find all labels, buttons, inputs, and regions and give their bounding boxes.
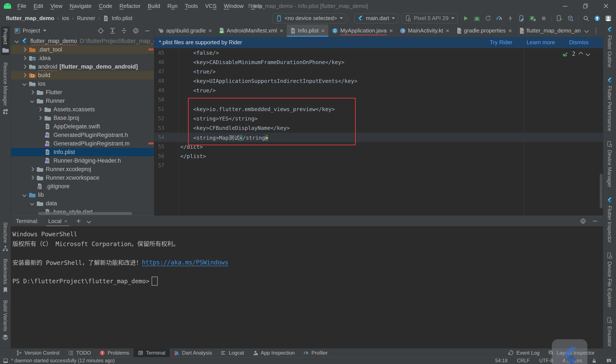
tree-item-.gitignore[interactable]: .gitignore (11, 182, 154, 191)
close-icon[interactable]: × (446, 27, 450, 34)
code-line-54[interactable]: 54 <string>Map测试</string> (154, 133, 603, 142)
chevron-down-icon[interactable] (28, 99, 36, 102)
avd-manager-button[interactable] (565, 13, 576, 24)
file-encoding[interactable]: UTF-8 (539, 358, 553, 364)
tree-item-lib[interactable]: lib (11, 191, 154, 199)
stripe-item-flutter-outline[interactable]: Flutter Outline (607, 27, 613, 67)
toolwindow-logcat[interactable]: Logcat (216, 348, 248, 357)
expand-all-icon[interactable] (110, 27, 115, 34)
stripe-item-device-file-explorer[interactable]: Device File Explorer (606, 252, 613, 307)
stripe-item-emulator[interactable]: Emulator (606, 317, 613, 347)
project-panel-title[interactable]: Project (23, 27, 40, 34)
hidden-tabs-icon[interactable] (584, 28, 589, 33)
hide-icon[interactable] (145, 28, 150, 34)
tree-item-runner-bridging-header.h[interactable]: C++Runner-Bridging-Header.h (11, 156, 154, 165)
ide-updates-button[interactable] (592, 13, 603, 24)
stripe-item-flutter-performance[interactable]: Flutter Performance (607, 77, 613, 131)
chevron-down-icon[interactable] (21, 193, 28, 196)
menu-build[interactable]: Build (144, 3, 164, 9)
menu-view[interactable]: View (47, 3, 66, 9)
tree-item-appdelegate.swift[interactable]: AppDelegate.swift (11, 122, 154, 131)
toolwindow-event-log[interactable]: Event Log (504, 350, 544, 356)
code-line-53[interactable]: 53 <key>CFBundleDisplayName</key> (154, 123, 603, 133)
editor-scrollbar[interactable] (600, 174, 602, 208)
chevron-down-icon[interactable] (21, 82, 28, 85)
stripe-item-flutter-inspector[interactable]: Flutter Inspector (607, 197, 613, 243)
toolwindow-dart-analysis[interactable]: Dart Analysis (170, 348, 216, 357)
editor-tab-appbuild.gradle[interactable]: app\build.gradle× (154, 25, 216, 37)
tree-item-base.lproj[interactable]: Base.lproj (11, 114, 154, 122)
debug-button[interactable] (471, 13, 482, 24)
toolwindow-app-inspection[interactable]: App Inspection (248, 348, 299, 357)
tab-options-icon[interactable]: ⋮ (593, 27, 599, 34)
close-icon[interactable]: × (508, 27, 512, 34)
chevron-right-icon[interactable] (21, 57, 28, 60)
profile-button[interactable] (482, 13, 494, 24)
chevron-right-icon[interactable] (21, 74, 28, 77)
tree-item-build[interactable]: build (11, 71, 154, 79)
chevron-right-icon[interactable] (28, 176, 36, 179)
code-line-55[interactable]: 55</dict> (154, 142, 603, 151)
code-line-46[interactable]: 46 <key>CADisableMinimumFrameDurationOnP… (154, 57, 603, 67)
new-terminal-button[interactable]: + (76, 217, 81, 225)
tree-item-.dart_tool[interactable]: .dart_tool (11, 45, 154, 54)
apply-changes-button[interactable] (505, 13, 516, 24)
code-line-56[interactable]: 56</plist> (154, 151, 603, 161)
toolwindow-toggle-icon[interactable] (3, 358, 8, 363)
terminal-link[interactable]: https://aka.ms/PSWindows (142, 259, 228, 266)
menu-code[interactable]: Code (95, 3, 116, 9)
code-line-47[interactable]: 47 <true/> (154, 67, 603, 76)
stripe-item-build-variants[interactable]: Build Variants (2, 300, 8, 340)
breadcrumb-item[interactable]: Info.plist (112, 15, 132, 22)
editor-tab-gradle.properties[interactable]: gradle.properties× (453, 25, 516, 37)
run-button[interactable] (460, 13, 471, 24)
flutter-attach-debug-button[interactable] (527, 13, 538, 24)
caret-position[interactable]: 54:18 (495, 358, 507, 364)
tree-item-runner.xcodeproj[interactable]: Runner.xcodeproj (11, 165, 154, 173)
menu-edit[interactable]: Edit (30, 3, 47, 9)
profiler-button[interactable] (494, 13, 505, 24)
banner-action-try-rider[interactable]: Try Rider (490, 39, 512, 46)
code-line-49[interactable]: 49 <true/> (154, 86, 603, 95)
inspection-widget[interactable]: 2 (562, 51, 589, 57)
tree-item-runner.xcworkspace[interactable]: Runner.xcworkspace (11, 173, 154, 182)
code-line-48[interactable]: 48 <key>UIApplicationSupportsIndirectInp… (154, 76, 603, 86)
stripe-item-resource-manager[interactable]: Resource Manager (2, 62, 8, 115)
terminal-tab-local[interactable]: Local × (46, 216, 69, 226)
toolwindow-version-control[interactable]: Version Control (12, 348, 64, 357)
editor-tab-info.plist[interactable]: Info.plist× (287, 25, 328, 37)
stripe-item-device-manager[interactable]: Device Manager (606, 141, 613, 187)
menu-navigate[interactable]: Navigate (66, 3, 96, 9)
next-problem-icon[interactable] (586, 52, 590, 56)
target-device-selector[interactable]: Pixel 5 API 29 (402, 13, 458, 23)
chevron-down-icon[interactable] (13, 39, 21, 42)
indent-setting[interactable]: 4 spaces (562, 358, 582, 364)
status-message[interactable]: * daemon started successfully (12 minute… (11, 358, 115, 364)
toolwindow-terminal[interactable]: Terminal (134, 348, 170, 357)
stop-button[interactable] (538, 13, 549, 24)
chevron-right-icon[interactable] (36, 108, 44, 111)
chevron-down-icon[interactable] (28, 202, 36, 205)
line-separator[interactable]: CRLF (517, 358, 530, 364)
tree-item-ios[interactable]: ios (11, 79, 154, 88)
terminal-settings-icon[interactable] (580, 218, 586, 224)
device-selector[interactable]: <no device selected> (273, 13, 346, 23)
banner-action-learn-more[interactable]: Learn more (527, 39, 555, 46)
hide-panel-icon[interactable] (592, 219, 598, 224)
tree-item-generatedpluginregistrant.m[interactable]: C++GeneratedPluginRegistrant.m (11, 139, 154, 148)
close-icon[interactable]: × (280, 27, 283, 34)
breadcrumb-item[interactable]: ios (62, 15, 69, 22)
tree-item-generatedpluginregistrant.h[interactable]: C++GeneratedPluginRegistrant.h (11, 131, 154, 139)
menu-run[interactable]: Run (164, 3, 181, 9)
editor-tab-androidmanifest.xml[interactable]: MFAndroidManifest.xml× (216, 25, 287, 37)
chevron-right-icon[interactable] (21, 65, 28, 68)
tree-item-info.plist[interactable]: Info.plist (11, 148, 154, 156)
settings-icon[interactable] (133, 27, 139, 34)
code-line-57[interactable]: 57 (154, 161, 603, 170)
tree-item-flutter[interactable]: Flutter (11, 88, 154, 97)
run-config-selector[interactable]: main.dart (354, 13, 398, 23)
horizontal-scrollbar[interactable] (38, 212, 132, 215)
toolwindow-todo[interactable]: TODO (64, 348, 95, 357)
tree-item-android[interactable]: android[flutter_map_demo_android] (11, 62, 154, 71)
profile-avatar-button[interactable] (603, 13, 614, 24)
